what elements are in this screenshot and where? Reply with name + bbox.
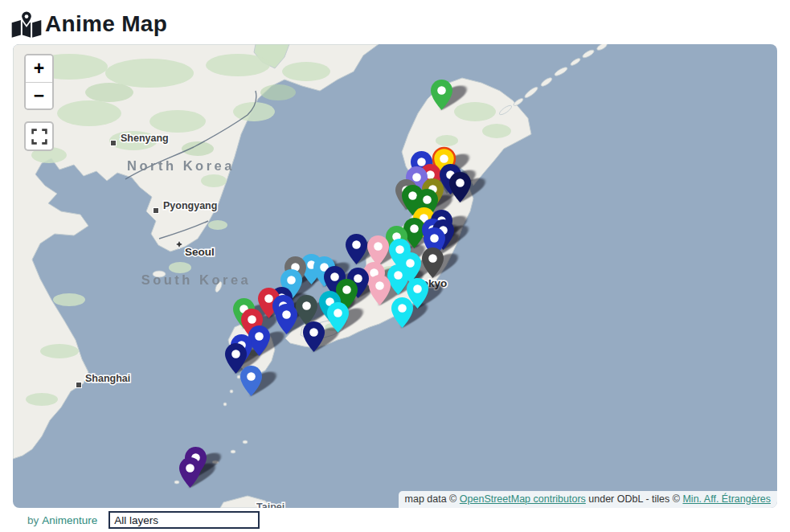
app-header: Anime Map <box>0 0 790 44</box>
map-pin[interactable] <box>303 321 325 352</box>
zoom-in-button[interactable]: + <box>26 55 52 82</box>
map-pin[interactable] <box>449 172 471 203</box>
layers-select[interactable]: All layers <box>108 511 260 529</box>
map-pin[interactable] <box>387 264 409 295</box>
page-title: Anime Map <box>45 11 167 37</box>
country-label: North Korea <box>127 158 235 173</box>
city-marker <box>76 383 82 388</box>
city-label: Pyongyang <box>163 200 217 211</box>
map-canvas[interactable]: North KoreaSouth KoreaShenyangPyongyangS… <box>13 44 777 508</box>
map-pin[interactable] <box>431 80 452 110</box>
city-marker <box>153 208 159 214</box>
city-marker <box>111 141 117 146</box>
fullscreen-icon <box>31 128 48 145</box>
attribution-text: map data © <box>405 493 460 505</box>
attribution-text: under ODbL - tiles © <box>586 493 683 505</box>
city-label: Seoul <box>185 246 215 258</box>
anime-map-app: Anime Map <box>0 0 790 532</box>
map-pin[interactable] <box>327 302 349 333</box>
map-pin[interactable] <box>240 366 262 396</box>
map-pin[interactable] <box>276 304 297 334</box>
animenture-link[interactable]: Animenture <box>42 514 97 526</box>
map-pin[interactable] <box>369 275 391 305</box>
country-label: South Korea <box>141 272 252 287</box>
map-pin[interactable] <box>422 248 444 278</box>
city-label: Taipei <box>256 501 284 508</box>
map-pin[interactable] <box>346 234 367 264</box>
map-pin[interactable] <box>179 457 201 488</box>
map-attribution: map data © OpenStreetMap contributors un… <box>399 491 777 508</box>
tiles-provider-link[interactable]: Min. Aff. Étrangères <box>682 493 771 505</box>
zoom-control: + − <box>24 54 54 110</box>
byline-prefix: by <box>27 514 39 526</box>
osm-contributors-link[interactable]: OpenStreetMap contributors <box>460 493 586 505</box>
fullscreen-button[interactable] <box>24 121 54 151</box>
zoom-out-button[interactable]: − <box>26 82 52 108</box>
city-label: Shanghai <box>85 373 130 384</box>
city-label: Shenyang <box>121 133 169 144</box>
map-pin[interactable] <box>391 297 413 328</box>
app-footer: by Animenture All layers <box>0 508 790 532</box>
map-location-icon <box>11 10 42 38</box>
